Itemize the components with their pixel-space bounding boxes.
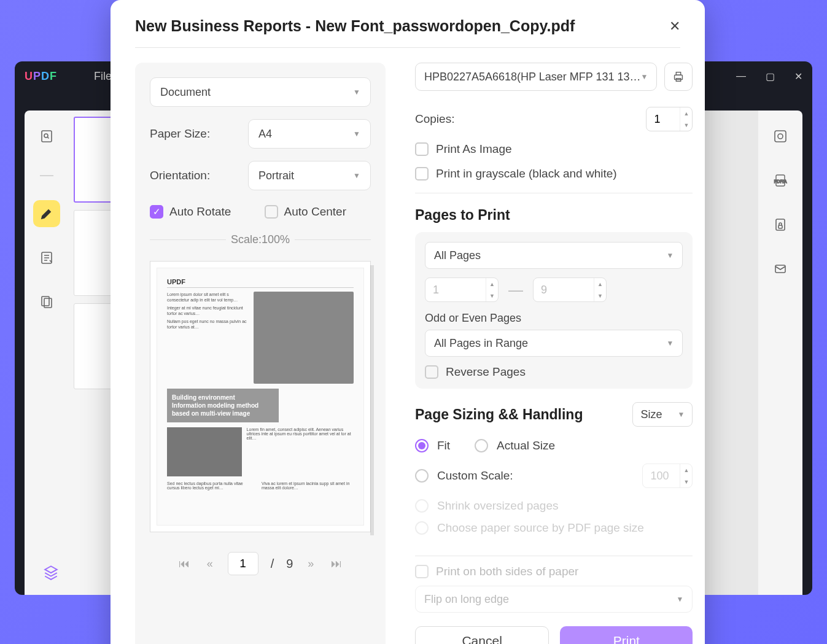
chevron-down-icon: ▼ — [353, 130, 360, 138]
sizing-mode-select[interactable]: Size ▼ — [632, 402, 693, 427]
cancel-button[interactable]: Cancel — [415, 626, 549, 644]
auto-center-checkbox[interactable]: Auto Center — [265, 205, 346, 219]
fit-label: Fit — [437, 439, 450, 452]
custom-scale-input[interactable]: 100 ▲▼ — [642, 464, 693, 488]
grayscale-label: Print in grayscale (black and white) — [436, 167, 617, 180]
menu-file[interactable]: File — [94, 70, 112, 83]
preview-text: Sed nec lectus dapibus porta nulla vitae… — [167, 481, 257, 490]
duplex-checkbox: Print on both sides of paper — [415, 565, 693, 578]
printer-icon — [672, 70, 685, 83]
layers-icon[interactable] — [43, 564, 59, 583]
odd-even-value: All Pages in Range — [434, 337, 528, 350]
reverse-pages-label: Reverse Pages — [446, 365, 526, 379]
preview-heading: Building environment Information modelin… — [167, 389, 279, 422]
search-tool-icon[interactable] — [33, 123, 60, 150]
svg-text:PDF/A: PDF/A — [774, 179, 787, 184]
preview-text: Viva ac lorem et ipsum lacinia supp sit … — [262, 481, 351, 490]
radio-icon — [415, 521, 429, 535]
paper-size-label: Paper Size: — [150, 127, 248, 141]
app-logo: UPDF — [25, 70, 57, 83]
print-dialog: New Business Reports - New Font_password… — [111, 0, 705, 644]
organize-pages-tool-icon[interactable] — [33, 289, 60, 316]
divider — [150, 239, 226, 240]
print-as-image-checkbox[interactable]: Print As Image — [415, 142, 693, 156]
printer-select[interactable]: HPB0227A5A6618(HP Laser MFP 131 13… ▼ — [415, 63, 657, 91]
page-preview: UPDF Lorem ipsum dolor sit amet elit s c… — [150, 261, 371, 532]
divider — [415, 556, 693, 556]
choose-source-label: Choose paper source by PDF page size — [437, 521, 644, 535]
left-toolbar: — — [25, 111, 69, 595]
orientation-value: Portrait — [258, 169, 294, 182]
odd-even-select[interactable]: All Pages in Range ▼ — [425, 330, 683, 357]
share-tool-icon[interactable] — [767, 255, 794, 282]
window-maximize-icon[interactable]: ▢ — [766, 71, 775, 82]
range-to-input[interactable]: 9 ▲▼ — [533, 277, 607, 302]
page-nav: ⏮ « / 9 » ⏭ — [150, 552, 371, 575]
protect-tool-icon[interactable] — [767, 211, 794, 238]
ocr-tool-icon[interactable] — [767, 123, 794, 150]
reverse-pages-checkbox[interactable]: Reverse Pages — [425, 365, 683, 379]
range-dash: — — [508, 281, 523, 298]
divider — [415, 193, 693, 193]
edit-text-tool-icon[interactable] — [33, 244, 60, 271]
svg-rect-0 — [42, 131, 52, 142]
chevron-down-icon: ▼ — [677, 595, 684, 603]
svg-point-1 — [44, 134, 48, 138]
svg-rect-9 — [778, 225, 782, 228]
step-up-icon[interactable]: ▲ — [486, 278, 498, 290]
print-mode-value: Document — [160, 86, 211, 99]
window-close-icon[interactable]: ✕ — [794, 71, 802, 82]
preview-image — [254, 292, 354, 384]
step-down-icon[interactable]: ▼ — [680, 119, 692, 131]
paper-size-value: A4 — [258, 128, 272, 141]
custom-scale-label: Custom Scale: — [437, 469, 513, 483]
step-down-icon[interactable]: ▼ — [680, 476, 692, 487]
paper-size-select[interactable]: A4 ▼ — [248, 119, 371, 149]
next-page-icon[interactable]: » — [305, 555, 316, 573]
radio-icon — [415, 439, 429, 452]
fit-radio[interactable]: Fit — [415, 439, 450, 452]
actual-size-radio[interactable]: Actual Size — [475, 439, 555, 452]
orientation-label: Orientation: — [150, 169, 248, 182]
window-minimize-icon[interactable]: — — [736, 71, 746, 82]
step-up-icon[interactable]: ▲ — [680, 464, 692, 476]
print-mode-select[interactable]: Document ▼ — [150, 77, 371, 107]
auto-rotate-label: Auto Rotate — [169, 205, 231, 219]
orientation-select[interactable]: Portrait ▼ — [248, 161, 371, 190]
auto-rotate-checkbox[interactable]: ✓ Auto Rotate — [150, 205, 231, 219]
current-page-input[interactable] — [228, 552, 258, 575]
divider — [295, 239, 371, 240]
svg-rect-12 — [677, 72, 681, 76]
printer-properties-button[interactable] — [664, 63, 693, 91]
custom-scale-radio[interactable]: Custom Scale: — [415, 469, 513, 483]
chevron-down-icon: ▼ — [641, 72, 648, 81]
step-up-icon[interactable]: ▲ — [594, 278, 606, 290]
prev-page-icon[interactable]: « — [204, 555, 215, 573]
highlighter-tool-icon[interactable] — [33, 200, 60, 227]
last-page-icon[interactable]: ⏭ — [328, 555, 344, 573]
odd-even-label: Odd or Even Pages — [425, 312, 683, 325]
pdfa-tool-icon[interactable]: PDF/A — [767, 167, 794, 194]
page-range-select[interactable]: All Pages ▼ — [425, 242, 683, 269]
preview-panel: Document ▼ Paper Size: A4 ▼ Orientation:… — [135, 63, 386, 644]
minus-icon: — — [40, 167, 53, 183]
dialog-title: New Business Reports - New Font_password… — [135, 17, 575, 35]
step-down-icon[interactable]: ▼ — [486, 290, 498, 301]
chevron-down-icon: ▼ — [353, 88, 360, 96]
print-button[interactable]: Print — [560, 626, 693, 644]
flip-select: Flip on long edge ▼ — [415, 586, 693, 613]
first-page-icon[interactable]: ⏮ — [176, 555, 192, 573]
close-icon[interactable]: ✕ — [669, 18, 680, 34]
step-down-icon[interactable]: ▼ — [594, 290, 606, 301]
chevron-down-icon: ▼ — [667, 251, 674, 260]
grayscale-checkbox[interactable]: Print in grayscale (black and white) — [415, 167, 693, 180]
shrink-label: Shrink oversized pages — [437, 499, 559, 513]
copies-stepper[interactable]: 1 ▲▼ — [646, 107, 693, 131]
range-from-input[interactable]: 1 ▲▼ — [425, 277, 499, 302]
chevron-down-icon: ▼ — [678, 410, 685, 419]
chevron-down-icon: ▼ — [353, 171, 360, 180]
copies-label: Copies: — [415, 112, 454, 126]
step-up-icon[interactable]: ▲ — [680, 107, 692, 119]
page-separator: / — [271, 557, 274, 571]
printer-value: HPB0227A5A6618(HP Laser MFP 131 13… — [424, 71, 641, 83]
